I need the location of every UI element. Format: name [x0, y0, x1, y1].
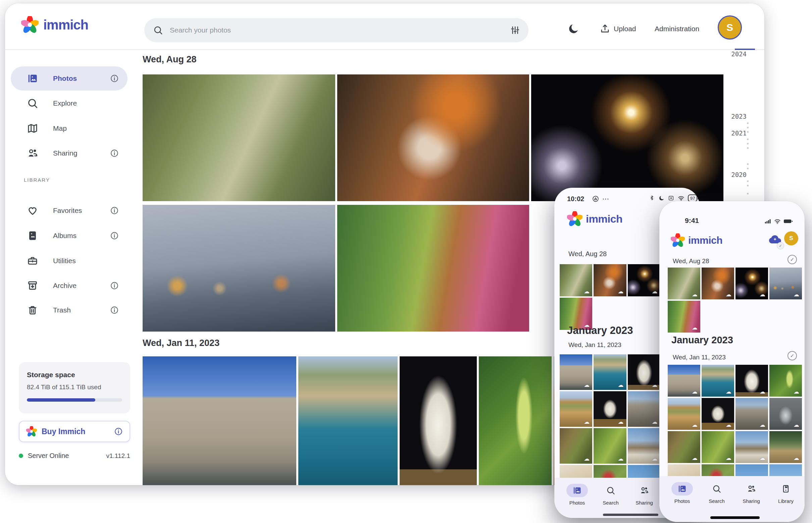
timeline-year-2020[interactable]: 2020	[723, 171, 746, 178]
sidebar-item-favorites[interactable]: Favorites	[11, 198, 127, 222]
photo-thumbnail-coast[interactable]: ☁	[702, 365, 734, 397]
upload-button[interactable]: Upload	[600, 23, 636, 34]
month-header: January 2023	[671, 335, 733, 346]
info-icon[interactable]	[110, 149, 119, 158]
immich-flower-icon	[21, 16, 39, 34]
tab-search[interactable]: Search	[594, 484, 627, 506]
sidebar-item-albums[interactable]: Albums	[11, 223, 127, 248]
cloud-backup-icon: ☁	[726, 455, 731, 461]
tab-photos[interactable]: Photos	[561, 484, 593, 506]
sidebar-item-utilities[interactable]: Utilities	[11, 249, 127, 273]
photo-thumbnail-dinner[interactable]: ☁	[593, 264, 626, 296]
tab-label: Search	[709, 498, 725, 504]
sidebar-item-map[interactable]: Map	[11, 116, 127, 141]
photo-thumbnail-berries[interactable]: ☁	[770, 365, 802, 397]
search-icon	[153, 25, 163, 35]
theme-toggle-button[interactable]	[568, 23, 580, 35]
photo-thumbnail-hands[interactable]: ☁	[770, 268, 802, 300]
cloud-backup-icon: ☁	[692, 455, 697, 461]
user-avatar[interactable]: S	[784, 231, 798, 246]
info-icon[interactable]	[110, 231, 119, 240]
toolbox-icon	[27, 255, 38, 267]
immich-logo[interactable]: immich	[21, 16, 88, 34]
photo-thumbnail-hands[interactable]	[143, 205, 335, 331]
trash-icon	[27, 304, 38, 316]
administration-link[interactable]: Administration	[655, 25, 699, 33]
sidebar-item-explore[interactable]: Explore	[11, 91, 127, 115]
photo-thumbnail-sculpt[interactable]: ☁	[702, 398, 734, 430]
search-bar[interactable]	[144, 18, 529, 42]
photo-thumbnail-lizard1[interactable]: ☁	[560, 428, 592, 464]
photo-thumbnail-berries[interactable]	[479, 356, 552, 485]
photo-thumbnail-lizard1[interactable]: ☁	[668, 431, 700, 463]
timeline-year-2021[interactable]: 2021	[723, 129, 746, 137]
photo-thumbnail-coast[interactable]	[298, 356, 398, 485]
timeline-tick-dot	[747, 180, 748, 182]
photo-thumbnail-coast[interactable]: ☁	[593, 354, 626, 390]
sidebar-item-archive[interactable]: Archive	[11, 274, 127, 298]
timeline-year-2023[interactable]: 2023	[723, 113, 746, 120]
user-avatar[interactable]: S	[718, 15, 742, 39]
photo-thumbnail-fireworks[interactable]	[531, 74, 723, 201]
tab-sharing[interactable]: Sharing	[628, 484, 660, 506]
storage-progress-fill	[27, 398, 95, 402]
info-icon[interactable]	[110, 74, 119, 83]
photo-thumbnail-dinner[interactable]: ☁	[702, 268, 734, 300]
timeline-tick-dot	[747, 193, 748, 195]
photo-thumbnail-castle[interactable]: ☁	[560, 354, 592, 390]
cloud-backup-icon: ☁	[584, 419, 589, 425]
photo-thumbnail-zoo[interactable]: ☁	[560, 264, 592, 296]
photo-thumbnail-ruins[interactable]: ☁	[628, 391, 660, 427]
sidebar-item-photos[interactable]: Photos	[11, 66, 127, 91]
photo-thumbnail-lizard2[interactable]: ☁	[702, 431, 734, 463]
tab-search[interactable]: Search	[701, 482, 733, 504]
photo-thumbnail-bust[interactable]: ☁	[736, 365, 768, 397]
tab-library[interactable]: Library	[770, 482, 802, 504]
immich-logo: immich	[567, 211, 622, 227]
info-icon[interactable]	[110, 306, 119, 314]
info-icon[interactable]	[110, 281, 119, 290]
photo-thumbnail-bust[interactable]: ☁	[628, 354, 660, 390]
photo-thumbnail-dinner[interactable]	[337, 74, 529, 201]
photo-thumbnail-ruins[interactable]: ☁	[736, 398, 768, 430]
photo-thumbnail-church[interactable]: ☁	[628, 428, 660, 464]
info-icon[interactable]	[114, 427, 123, 436]
timeline-tick-dot	[747, 163, 748, 165]
photo-thumbnail-sculpt[interactable]: ☁	[593, 391, 626, 427]
photo-thumbnail-zoo[interactable]	[143, 74, 335, 201]
photo-thumbnail-beach[interactable]: ☁	[668, 398, 700, 430]
select-all-check-icon[interactable]: ✓	[788, 351, 797, 360]
photo-thumbnail-castle[interactable]	[143, 356, 296, 485]
photo-thumbnail-fireworks[interactable]: ☁	[628, 264, 660, 296]
sidebar-item-trash[interactable]: Trash	[11, 298, 127, 322]
photo-thumbnail-road[interactable]	[337, 205, 529, 331]
search-input[interactable]	[169, 26, 504, 35]
photo-thumbnail-church[interactable]: ☁	[736, 431, 768, 463]
cloud-backup-icon: ☁	[794, 389, 799, 395]
photo-thumbnail-beach[interactable]: ☁	[560, 391, 592, 427]
photo-thumbnail-ornament[interactable]: ☁	[770, 398, 802, 430]
cloud-backup-icon: ☁	[618, 289, 624, 294]
photo-thumbnail-fireworks[interactable]: ☁	[736, 268, 768, 300]
photo-thumbnail-road[interactable]: ☁	[668, 301, 700, 332]
photo-thumbnail-castle[interactable]: ☁	[668, 365, 700, 397]
search-filter-icon[interactable]	[510, 25, 520, 35]
cloud-sync-icon[interactable]: ✓	[767, 232, 782, 248]
immich-flower-icon	[671, 233, 685, 248]
tab-sharing[interactable]: Sharing	[735, 482, 767, 504]
timeline-tick-dot	[747, 143, 748, 144]
photo-thumbnail-zoo[interactable]: ☁	[668, 268, 700, 300]
upload-label: Upload	[614, 25, 636, 33]
timeline-year-2024[interactable]: 2024	[723, 50, 746, 58]
buy-immich-button[interactable]: Buy Immich	[19, 421, 130, 442]
map-icon	[27, 123, 38, 134]
immich-logo: immich	[671, 233, 722, 248]
info-icon[interactable]	[110, 206, 119, 215]
photo-thumbnail-farm[interactable]: ☁	[770, 431, 802, 463]
photo-thumbnail-bust[interactable]	[400, 356, 477, 485]
tab-photos[interactable]: Photos	[666, 482, 698, 504]
select-all-check-icon[interactable]: ✓	[788, 255, 797, 264]
sidebar-item-sharing[interactable]: Sharing	[11, 141, 127, 165]
immich-logo-text: immich	[43, 17, 88, 33]
photo-thumbnail-lizard2[interactable]: ☁	[593, 428, 626, 464]
